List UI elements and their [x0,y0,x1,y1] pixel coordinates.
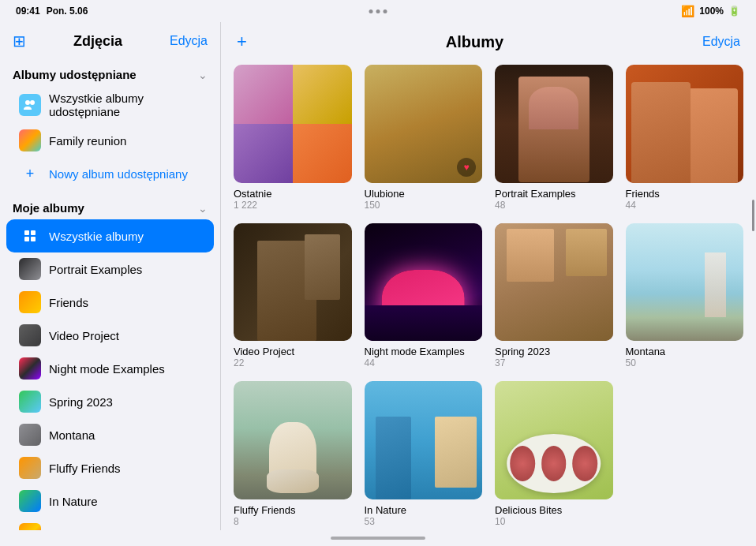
main-title: Albumy [446,33,503,51]
album-thumb-montana [626,223,744,342]
sidebar-item-label-night: Night mode Examples [49,362,165,376]
sidebar-toggle-button[interactable]: ⊞ [13,32,26,50]
album-name-portrait: Portrait Examples [495,188,613,200]
album-thumb-ulubione: ♥ [365,65,483,183]
svg-point-0 [25,100,30,105]
album-name-montana: Montana [626,346,744,357]
status-bar-right: 📶 100% 🔋 [681,5,740,17]
album-thumb-video [234,223,352,342]
sidebar-item-night-mode[interactable]: Night mode Examples [6,352,214,385]
album-thumb-nature [365,381,483,499]
album-count-video: 22 [234,357,352,368]
album-card-portrait[interactable]: Portrait Examples 48 [495,65,613,211]
sidebar-item-label-portrait: Portrait Examples [49,263,142,276]
sidebar-title: Zdjęcia [73,33,122,50]
svg-point-1 [30,100,35,105]
video-thumb [19,324,41,346]
sidebar-item-family-reunion[interactable]: Family reunion [6,124,214,157]
sidebar-item-spring[interactable]: Spring 2023 [6,385,214,418]
heart-badge: ♥ [457,158,476,177]
album-card-ulubione[interactable]: ♥ Ulubione 150 [365,65,483,211]
add-album-button[interactable]: + [237,32,247,52]
sidebar-item-fluffy[interactable]: Fluffy Friends [6,451,214,484]
montana-thumb [19,424,41,446]
shared-albums-icon [19,94,41,116]
sidebar-edit-button[interactable]: Edycja [170,34,208,48]
album-name-video: Video Project [234,346,352,357]
album-card-fluffy[interactable]: Fluffy Friends 8 [234,381,352,527]
sidebar-item-delicious[interactable]: Delicious Bites [6,518,214,530]
spring-thumb [19,391,41,413]
sidebar-item-portrait[interactable]: Portrait Examples [6,252,214,286]
status-bar: 09:41 Pon. 5.06 📶 100% 🔋 [0,0,756,22]
sidebar-item-label-video: Video Project [49,329,119,342]
sidebar-item-label-montana: Montana [49,428,95,442]
album-thumb-friends [626,65,744,183]
svg-rect-5 [31,237,36,241]
sidebar-item-label-family: Family reunion [49,134,126,148]
date-display: Pon. 5.06 [47,6,88,17]
album-count-friends: 44 [626,200,744,211]
sidebar-item-all-shared[interactable]: Wszystkie albumy udostępniane [6,86,214,124]
sidebar-item-label-all-shared: Wszystkie albumy udostępniane [49,92,201,118]
album-name-fluffy: Fluffy Friends [234,504,352,516]
album-thumb-portrait [495,65,613,183]
sidebar-item-all-albums[interactable]: Wszystkie albumy [6,219,214,252]
battery-icon: 🔋 [728,6,740,17]
sidebar-item-in-nature[interactable]: In Nature [6,484,214,518]
album-count-ostatnie: 1 222 [234,200,352,211]
sidebar-item-video-project[interactable]: Video Project [6,319,214,352]
fluffy-thumb [19,457,41,479]
album-thumb-ostatnie [234,65,352,183]
album-count-ulubione: 150 [365,200,483,211]
album-card-friends[interactable]: Friends 44 [626,65,744,211]
top-dots [369,9,387,13]
all-albums-icon [19,225,41,247]
album-card-nature[interactable]: In Nature 53 [365,381,483,527]
add-shared-icon: + [19,163,41,185]
dot-1 [369,9,373,13]
main-edit-button[interactable]: Edycja [702,35,740,49]
main-content: + Albumy Edycja Ostatnie 1 222 [221,22,756,530]
wifi-icon: 📶 [681,5,694,17]
sidebar-item-friends[interactable]: Friends [6,286,214,319]
sidebar-item-add-shared[interactable]: + Nowy album udostępniany [6,157,214,190]
album-thumb-spring [495,223,613,342]
album-card-night[interactable]: Night mode Examples 44 [365,223,483,369]
album-card-ostatnie[interactable]: Ostatnie 1 222 [234,65,352,211]
album-card-delicious[interactable]: Delicious Bites 10 [495,381,613,527]
album-name-ulubione: Ulubione [365,188,483,200]
shared-albums-section-header: Albumy udostępniane ⌄ [0,57,220,86]
album-card-montana[interactable]: Montana 50 [626,223,744,369]
add-shared-label: Nowy album udostępniany [49,167,188,181]
album-card-spring[interactable]: Spring 2023 37 [495,223,613,369]
svg-rect-3 [31,230,36,235]
sidebar-item-label-spring: Spring 2023 [49,395,113,409]
dot-2 [376,9,380,13]
sidebar-item-label-friends: Friends [49,296,88,309]
portrait-thumb [19,258,41,280]
album-count-montana: 50 [626,357,744,368]
shared-albums-title: Albumy udostępniane [13,68,137,81]
album-name-ostatnie: Ostatnie [234,188,352,200]
time-display: 09:41 [16,6,40,17]
albums-grid: Ostatnie 1 222 ♥ Ulubione 150 [221,58,756,530]
sidebar-item-montana[interactable]: Montana [6,418,214,451]
sidebar-item-label-all-albums: Wszystkie albumy [49,230,144,243]
night-thumb [19,357,41,380]
sidebar-item-label-fluffy: Fluffy Friends [49,462,121,475]
sidebar-item-label-nature: In Nature [49,495,98,508]
album-card-video[interactable]: Video Project 22 [234,223,352,369]
album-name-friends: Friends [626,188,744,200]
album-name-spring: Spring 2023 [495,346,613,357]
sidebar: ⊞ Zdjęcia Edycja Albumy udostępniane ⌄ W… [0,22,221,530]
album-thumb-fluffy [234,381,352,499]
my-albums-title: Moje albumy [13,201,84,215]
home-indicator [0,530,756,546]
dot-3 [384,9,387,13]
svg-rect-4 [24,237,29,241]
my-albums-section-header: Moje albumy ⌄ [0,190,220,219]
album-count-fluffy: 8 [234,516,352,527]
album-name-delicious: Delicious Bites [495,504,613,516]
album-count-nature: 53 [365,516,483,527]
